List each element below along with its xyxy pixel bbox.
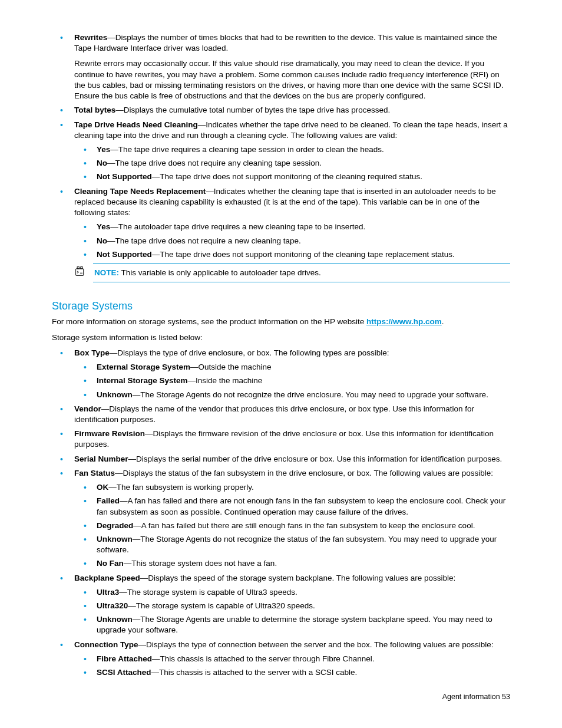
sub-term: OK bbox=[97, 483, 108, 492]
definition: —Displays the speed of the storage syste… bbox=[140, 574, 456, 582]
sub-term: SCSI Attached bbox=[97, 668, 151, 677]
definition: —Displays the type of drive enclosure, o… bbox=[110, 348, 389, 357]
sub-definition: —The tape drive does not require any cle… bbox=[107, 159, 322, 167]
term: Backplane Speed bbox=[74, 574, 140, 582]
sub-list-item: No—The tape drive does not require a new… bbox=[84, 236, 510, 246]
sub-definition: —A fan has failed but there are still en… bbox=[133, 521, 475, 530]
sub-list-item: Unknown—The Storage Agents do not recogn… bbox=[84, 390, 510, 400]
sub-definition: —This chassis is attached to the server … bbox=[152, 654, 374, 663]
sub-definition: —The storage system is capable of Ultra3… bbox=[128, 601, 315, 610]
sub-definition: —The Storage Agents do not recognize the… bbox=[133, 390, 488, 399]
storage-intro-1: For more information on storage systems,… bbox=[52, 317, 510, 327]
sub-list-item: No—The tape drive does not require any c… bbox=[84, 158, 510, 169]
list-item: Rewrites—Displays the number of times bl… bbox=[60, 32, 510, 101]
term: Rewrites bbox=[74, 33, 107, 42]
list-item: Total bytes—Displays the cumulative tota… bbox=[60, 105, 510, 116]
sub-term: Internal Storage System bbox=[97, 376, 188, 385]
sub-term: Degraded bbox=[97, 521, 133, 530]
sub-list: Fibre Attached—This chassis is attached … bbox=[74, 654, 510, 678]
term: Serial Number bbox=[74, 454, 128, 463]
term: Firmware Revision bbox=[74, 429, 145, 438]
definition: —Displays the type of connection between… bbox=[138, 640, 494, 649]
note-icon bbox=[74, 266, 86, 276]
sub-list-item: Degraded—A fan has failed but there are … bbox=[84, 521, 510, 531]
term: Cleaning Tape Needs Replacement bbox=[74, 187, 206, 196]
note-callout: NOTE: This variable is only applicable t… bbox=[74, 263, 510, 282]
note-text: This variable is only applicable to auto… bbox=[119, 268, 321, 277]
definition: —Displays the name of the vendor that pr… bbox=[74, 404, 474, 424]
list-item: Fan Status—Displays the status of the fa… bbox=[60, 468, 510, 569]
sub-list-item: OK—The fan subsystem is working properly… bbox=[84, 482, 510, 493]
sub-definition: —Inside the machine bbox=[188, 376, 263, 385]
hp-website-link[interactable]: https://www.hp.com bbox=[366, 317, 442, 326]
term: Tape Drive Heads Need Cleaning bbox=[74, 120, 198, 129]
sub-term: No bbox=[97, 159, 107, 167]
list-item: Tape Drive Heads Need Cleaning—Indicates… bbox=[60, 120, 510, 183]
sub-definition: —The Storage Agents are unable to determ… bbox=[97, 615, 492, 634]
svg-rect-1 bbox=[77, 267, 79, 269]
sub-definition: —This chassis is attached to the server … bbox=[151, 668, 358, 677]
sub-term: Failed bbox=[97, 496, 120, 505]
list-item: Backplane Speed—Displays the speed of th… bbox=[60, 573, 510, 636]
intro-tail: . bbox=[442, 317, 444, 326]
sub-list-item: Ultra3—The storage system is capable of … bbox=[84, 587, 510, 598]
sub-list-item: Ultra320—The storage system is capable o… bbox=[84, 601, 510, 611]
sub-list: Yes—The tape drive requires a cleaning t… bbox=[74, 144, 510, 183]
definition: —Displays the serial number of the drive… bbox=[128, 454, 503, 463]
term: Connection Type bbox=[74, 640, 138, 649]
sub-definition: —The Storage Agents do not recognize the… bbox=[97, 535, 497, 554]
definition: —Displays the number of times blocks tha… bbox=[74, 33, 497, 52]
sub-definition: —This storage system does not have a fan… bbox=[124, 559, 277, 568]
section-heading-storage: Storage Systems bbox=[52, 299, 510, 313]
page-footer: Agent information 53 bbox=[52, 692, 510, 702]
sub-list: OK—The fan subsystem is working properly… bbox=[74, 482, 510, 569]
svg-rect-2 bbox=[81, 267, 82, 269]
definition-list-storage: Box Type—Displays the type of drive encl… bbox=[52, 348, 510, 678]
sub-list-item: Unknown—The Storage Agents are unable to… bbox=[84, 614, 510, 635]
sub-term: Ultra3 bbox=[97, 588, 119, 597]
sub-list-item: Yes—The autoloader tape drive requires a… bbox=[84, 222, 510, 232]
sub-list-item: Not Supported—The tape drive does not su… bbox=[84, 172, 510, 182]
sub-term: Not Supported bbox=[97, 250, 152, 259]
sub-definition: —The tape drive does not support monitor… bbox=[152, 250, 455, 259]
sub-definition: —The tape drive does not require a new c… bbox=[107, 236, 301, 245]
sub-list: Ultra3—The storage system is capable of … bbox=[74, 587, 510, 636]
list-item: Box Type—Displays the type of drive encl… bbox=[60, 348, 510, 400]
sub-list-item: Fibre Attached—This chassis is attached … bbox=[84, 654, 510, 664]
sub-term: Unknown bbox=[97, 535, 133, 543]
sub-definition: —The storage system is capable of Ultra3… bbox=[119, 588, 297, 597]
sub-term: Yes bbox=[97, 145, 110, 154]
sub-term: Unknown bbox=[97, 615, 133, 624]
sub-list: Yes—The autoloader tape drive requires a… bbox=[74, 222, 510, 260]
definition: —Displays the cumulative total number of… bbox=[115, 106, 390, 114]
sub-term: No Fan bbox=[97, 559, 124, 568]
sub-term: Ultra320 bbox=[97, 601, 128, 610]
intro-text: For more information on storage systems,… bbox=[52, 317, 366, 326]
sub-term: External Storage System bbox=[97, 363, 190, 371]
sub-definition: —A fan has failed and there are not enou… bbox=[97, 496, 505, 516]
svg-rect-0 bbox=[76, 269, 84, 275]
sub-term: Fibre Attached bbox=[97, 654, 152, 663]
sub-list-item: Yes—The tape drive requires a cleaning t… bbox=[84, 144, 510, 155]
term: Fan Status bbox=[74, 469, 115, 477]
sub-list-item: Failed—A fan has failed and there are no… bbox=[84, 496, 510, 517]
sub-definition: —The tape drive requires a cleaning tape… bbox=[110, 145, 384, 154]
sub-term: Not Supported bbox=[97, 172, 152, 181]
sub-definition: —The tape drive does not support monitor… bbox=[152, 172, 422, 181]
list-item: Vendor—Displays the name of the vendor t… bbox=[60, 404, 510, 425]
sub-list-item: Not Supported—The tape drive does not su… bbox=[84, 249, 510, 260]
sub-list-item: External Storage System—Outside the mach… bbox=[84, 362, 510, 373]
sub-term: Unknown bbox=[97, 390, 133, 399]
list-item: Firmware Revision—Displays the firmware … bbox=[60, 429, 510, 450]
definition-list-tape: Rewrites—Displays the number of times bl… bbox=[52, 32, 510, 260]
list-item: Serial Number—Displays the serial number… bbox=[60, 454, 510, 465]
list-item: Connection Type—Displays the type of con… bbox=[60, 640, 510, 678]
list-item: Cleaning Tape Needs Replacement—Indicate… bbox=[60, 186, 510, 260]
term: Total bytes bbox=[74, 106, 115, 114]
followup-paragraph: Rewrite errors may occasionally occur. I… bbox=[74, 58, 510, 101]
note-label: NOTE: bbox=[94, 268, 119, 277]
sub-definition: —The fan subsystem is working properly. bbox=[108, 483, 254, 492]
sub-definition: —Outside the machine bbox=[190, 363, 271, 371]
sub-list: External Storage System—Outside the mach… bbox=[74, 362, 510, 400]
definition: —Displays the status of the fan subsyste… bbox=[115, 469, 493, 477]
